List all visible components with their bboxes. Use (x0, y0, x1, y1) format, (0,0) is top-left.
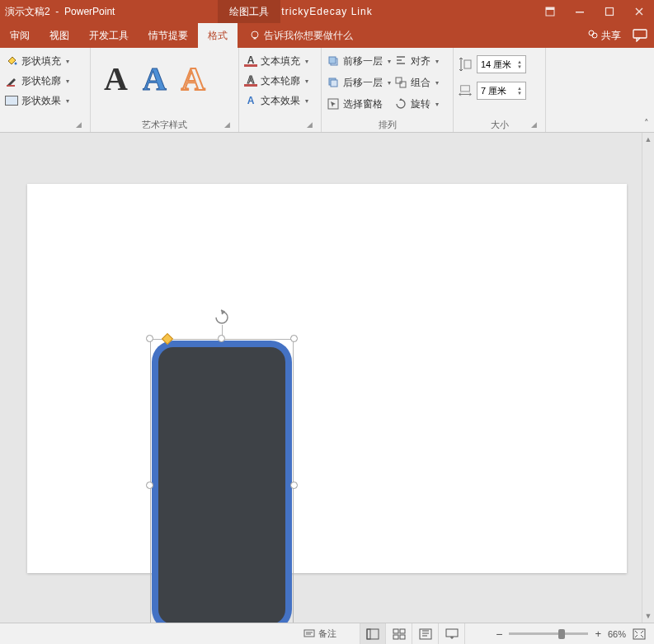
text-effects-button[interactable]: A 文本效果▾ (244, 91, 316, 110)
chevron-down-icon: ▾ (303, 97, 308, 105)
group-size: 14 厘米▲▼ 7 厘米▲▼ 大小◢ (454, 48, 546, 132)
share-icon (587, 29, 599, 40)
selection-pane-icon (327, 97, 340, 110)
width-icon (459, 84, 472, 97)
group-icon (394, 76, 407, 89)
close-button[interactable] (624, 0, 654, 23)
slide-sorter-view-button[interactable] (386, 623, 412, 645)
pen-icon (5, 74, 18, 87)
svg-rect-16 (396, 78, 402, 83)
svg-rect-19 (461, 86, 470, 92)
resize-handle-e[interactable] (290, 482, 298, 489)
wordart-preset-3[interactable]: A (181, 59, 205, 98)
svg-rect-28 (446, 629, 458, 637)
ribbon-tabs: 审阅 视图 开发工具 情节提要 格式 告诉我你想要做什么 共享 (0, 23, 654, 48)
slideshow-view-button[interactable] (439, 623, 465, 645)
collapse-ribbon-icon[interactable]: ˄ (644, 118, 649, 129)
selected-rounded-rectangle-shape[interactable] (150, 339, 294, 623)
fit-to-window-icon[interactable] (633, 628, 646, 640)
resize-handle-w[interactable] (146, 482, 153, 489)
maximize-button[interactable] (595, 0, 624, 23)
svg-rect-25 (393, 635, 398, 639)
dialog-launcher-icon[interactable]: ◢ (529, 120, 539, 130)
slide-canvas-area: ▲ ▼ (0, 133, 654, 623)
bring-forward-icon (327, 54, 340, 68)
chevron-down-icon: ▾ (64, 58, 69, 65)
shape-height-input[interactable]: 14 厘米▲▼ (477, 55, 526, 73)
svg-rect-18 (464, 60, 471, 68)
contextual-tab-drawing-tools[interactable]: 绘图工具 (218, 0, 280, 23)
align-icon (394, 54, 407, 68)
svg-rect-23 (393, 629, 398, 633)
tell-me[interactable]: 告诉我你想要做什么 (249, 29, 353, 43)
tab-format[interactable]: 格式 (198, 23, 238, 48)
group-label: 大小 (491, 119, 509, 131)
tab-developer[interactable]: 开发工具 (79, 23, 139, 48)
comments-icon[interactable] (633, 29, 647, 42)
rotate-icon (394, 97, 407, 110)
normal-view-button[interactable] (360, 623, 386, 645)
svg-rect-2 (576, 12, 584, 13)
chevron-down-icon: ▾ (303, 58, 308, 65)
tab-review[interactable]: 审阅 (0, 23, 40, 48)
tab-storyboard[interactable]: 情节提要 (139, 23, 198, 48)
notes-icon (303, 629, 315, 639)
selection-pane-button[interactable]: 选择窗格 (327, 94, 391, 114)
align-button[interactable]: 对齐▾ (394, 51, 439, 71)
zoom-in-button[interactable]: + (595, 628, 601, 640)
dialog-launcher-icon[interactable]: ◢ (73, 120, 83, 130)
bring-forward-button[interactable]: 前移一层▾ (327, 51, 391, 71)
zoom-percentage[interactable]: 66% (608, 629, 626, 639)
notes-button[interactable]: 备注 (303, 628, 336, 640)
document-title: 演示文稿2 - PowerPoint (0, 5, 115, 19)
reading-view-button[interactable] (412, 623, 439, 645)
svg-rect-14 (331, 80, 337, 87)
group-arrange: 前移一层▾ 后移一层▾ 选择窗格 对齐▾ 组合▾ 旋转▾ 排列 (322, 48, 454, 132)
svg-rect-5 (254, 38, 256, 40)
scroll-up-icon[interactable]: ▲ (642, 133, 654, 146)
share-button[interactable]: 共享 (587, 29, 621, 43)
svg-rect-8 (633, 30, 647, 38)
text-effects-icon: A (244, 94, 257, 107)
rotate-button[interactable]: 旋转▾ (394, 94, 439, 114)
group-shape-styles: 形状填充▾ 形状轮廓▾ 形状效果▾ ◢ (0, 48, 91, 132)
resize-handle-ne[interactable] (290, 335, 298, 342)
group-wordart-styles: A A A 艺术字样式◢ (91, 48, 239, 132)
svg-rect-3 (606, 8, 614, 16)
zoom-slider-thumb[interactable] (558, 629, 565, 639)
svg-rect-20 (304, 630, 314, 637)
height-icon (459, 58, 472, 71)
text-fill-icon: A (244, 56, 257, 67)
scroll-down-icon[interactable]: ▼ (642, 609, 654, 623)
bulb-icon (249, 30, 261, 41)
zoom-slider[interactable] (509, 632, 588, 635)
svg-point-6 (589, 31, 594, 35)
vertical-scrollbar[interactable]: ▲ ▼ (642, 133, 654, 623)
dialog-launcher-icon[interactable]: ◢ (222, 120, 232, 130)
shape-outline-button[interactable]: 形状轮廓▾ (5, 71, 85, 91)
chevron-down-icon: ▾ (64, 97, 69, 105)
shape-width-input[interactable]: 7 厘米▲▼ (477, 82, 526, 100)
resize-handle-nw[interactable] (146, 335, 153, 342)
ribbon-display-options-icon[interactable] (535, 0, 565, 23)
text-outline-button[interactable]: A 文本轮廓▾ (244, 71, 316, 91)
dialog-launcher-icon[interactable]: ◢ (304, 120, 314, 130)
resize-handle-n[interactable] (218, 335, 225, 342)
svg-rect-29 (633, 629, 645, 639)
shape-fill-button[interactable]: 形状填充▾ (5, 51, 85, 71)
svg-point-9 (15, 63, 17, 65)
rotate-handle[interactable] (214, 309, 230, 326)
wordart-preset-1[interactable]: A (104, 59, 128, 98)
shape-effects-button[interactable]: 形状效果▾ (5, 91, 85, 110)
group-button[interactable]: 组合▾ (394, 73, 439, 92)
minimize-button[interactable] (565, 0, 595, 23)
group-label: 排列 (379, 119, 397, 131)
zoom-out-button[interactable]: − (496, 628, 502, 641)
text-fill-button[interactable]: A 文本填充▾ (244, 51, 316, 71)
slide[interactable] (27, 184, 627, 573)
group-label: 艺术字样式 (142, 119, 187, 131)
tab-view[interactable]: 视图 (40, 23, 79, 48)
send-backward-button[interactable]: 后移一层▾ (327, 73, 391, 92)
title-bar: 演示文稿2 - PowerPoint 绘图工具 trickyEdecay Lin… (0, 0, 654, 23)
wordart-preset-2[interactable]: A (143, 59, 167, 98)
